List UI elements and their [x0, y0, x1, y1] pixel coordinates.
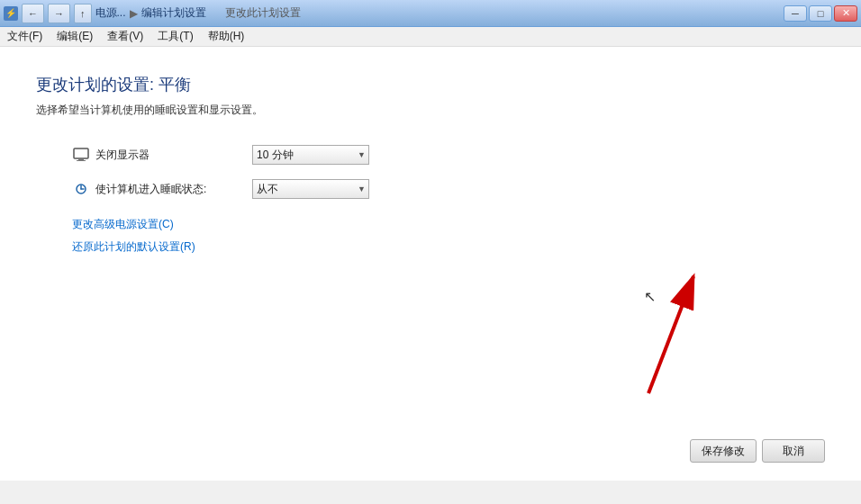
- sleep-select-wrapper: 从不 1 分钟 2 分钟 5 分钟 10 分钟 15 分钟 ▼: [252, 179, 369, 199]
- menu-edit[interactable]: 编辑(E): [53, 27, 96, 46]
- breadcrumb-part2: 编辑计划设置: [141, 5, 206, 21]
- maximize-button[interactable]: □: [809, 5, 832, 22]
- links-area: 更改高级电源设置(C) 还原此计划的默认设置(R): [72, 217, 825, 255]
- title-bar: ⚡ ← → ↑ 电源... ▶ 编辑计划设置 更改此计划设置 ─ □ ✕: [0, 0, 861, 27]
- title-bar-left: ⚡ ← → ↑ 电源... ▶ 编辑计划设置 更改此计划设置: [4, 4, 784, 23]
- advanced-settings-link[interactable]: 更改高级电源设置(C): [72, 217, 825, 232]
- cancel-button[interactable]: 取消: [762, 439, 825, 463]
- restore-defaults-link[interactable]: 还原此计划的默认设置(R): [72, 239, 825, 255]
- sleep-icon: [72, 180, 90, 198]
- svg-rect-1: [78, 158, 84, 160]
- sleep-select[interactable]: 从不 1 分钟 2 分钟 5 分钟 10 分钟 15 分钟: [252, 179, 369, 199]
- nav-forward-button[interactable]: →: [48, 4, 70, 23]
- sleep-setting-label: 使计算机进入睡眠状态:: [72, 180, 234, 198]
- breadcrumb-sep: ▶: [130, 7, 138, 20]
- menu-bar: 文件(F) 编辑(E) 查看(V) 工具(T) 帮助(H): [0, 27, 861, 47]
- display-select[interactable]: 10 分钟 1 分钟 2 分钟 5 分钟 15 分钟 20 分钟 从不: [252, 145, 369, 165]
- breadcrumb-part1: 电源...: [95, 5, 126, 21]
- close-button[interactable]: ✕: [834, 5, 857, 22]
- display-label-text: 关闭显示器: [95, 148, 150, 163]
- sleep-setting-row: 使计算机进入睡眠状态: 从不 1 分钟 2 分钟 5 分钟 10 分钟 15 分…: [72, 179, 825, 199]
- display-setting-row: 关闭显示器 10 分钟 1 分钟 2 分钟 5 分钟 15 分钟 20 分钟 从…: [72, 145, 825, 165]
- nav-back-button[interactable]: ←: [22, 4, 44, 23]
- save-button[interactable]: 保存修改: [690, 439, 757, 463]
- app-icon: ⚡: [4, 6, 18, 21]
- svg-rect-2: [77, 160, 86, 161]
- svg-rect-0: [74, 148, 88, 158]
- main-content: 更改计划的设置: 平衡 选择希望当计算机使用的睡眠设置和显示设置。 关闭显示器 …: [0, 47, 861, 481]
- display-setting-label: 关闭显示器: [72, 146, 234, 164]
- menu-view[interactable]: 查看(V): [104, 27, 147, 46]
- minimize-button[interactable]: ─: [784, 5, 807, 22]
- address-display: 更改此计划设置: [225, 5, 301, 21]
- buttons-row: 保存修改 取消: [690, 439, 825, 463]
- page-subtitle: 选择希望当计算机使用的睡眠设置和显示设置。: [36, 103, 825, 118]
- mouse-cursor: ↖: [644, 288, 656, 305]
- settings-area: 关闭显示器 10 分钟 1 分钟 2 分钟 5 分钟 15 分钟 20 分钟 从…: [72, 145, 825, 199]
- window-controls: ─ □ ✕: [784, 5, 857, 22]
- menu-tools[interactable]: 工具(T): [154, 27, 196, 46]
- display-select-wrapper: 10 分钟 1 分钟 2 分钟 5 分钟 15 分钟 20 分钟 从不 ▼: [252, 145, 369, 165]
- menu-help[interactable]: 帮助(H): [204, 27, 249, 46]
- nav-up-button[interactable]: ↑: [74, 4, 92, 23]
- breadcrumb: 电源... ▶ 编辑计划设置: [95, 5, 206, 21]
- svg-line-5: [648, 276, 693, 393]
- sleep-label-text: 使计算机进入睡眠状态:: [95, 182, 206, 197]
- page-title: 更改计划的设置: 平衡: [36, 74, 825, 95]
- monitor-icon: [72, 146, 90, 164]
- menu-file[interactable]: 文件(F): [4, 27, 46, 46]
